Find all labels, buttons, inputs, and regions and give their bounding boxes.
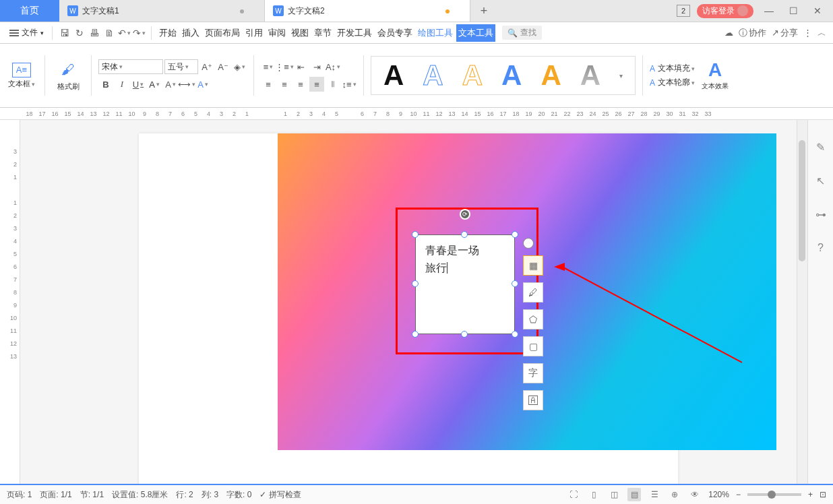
globe-icon[interactable]: ⊕ <box>668 488 681 501</box>
menu-chapter[interactable]: 章节 <box>312 24 334 42</box>
font-name-select[interactable]: 宋体 <box>98 59 163 74</box>
wordart-style-6[interactable]: A <box>580 59 600 92</box>
guest-login-button[interactable]: 访客登录 <box>697 4 753 18</box>
zoom-slider[interactable] <box>747 493 801 496</box>
wordart-style-5[interactable]: A <box>541 59 561 92</box>
cursor-icon[interactable]: ↖ <box>814 174 828 187</box>
save-icon[interactable]: 🖫 <box>58 26 71 40</box>
wordart-gallery[interactable]: A A A A A A ▾ <box>371 56 636 95</box>
resize-handle-br[interactable] <box>512 331 518 338</box>
fill-shape-icon[interactable]: 🖊 <box>523 282 543 303</box>
status-section[interactable]: 节: 1/1 <box>80 489 104 501</box>
menu-start[interactable]: 开始 <box>157 24 179 42</box>
fullscreen-icon[interactable]: ⛶ <box>567 488 580 501</box>
notification-badge[interactable]: 2 <box>677 5 690 17</box>
underline-button[interactable]: U <box>131 77 146 92</box>
collab-button[interactable]: ⓘ 协作 <box>739 27 766 39</box>
zoom-in-button[interactable]: + <box>808 490 813 499</box>
web-mode-icon[interactable]: ☰ <box>648 488 661 501</box>
wordart-style-4[interactable]: A <box>501 59 522 92</box>
gallery-expand-icon[interactable]: ▾ <box>619 72 623 80</box>
menu-review[interactable]: 审阅 <box>266 24 288 42</box>
resize-handle-tr[interactable] <box>512 231 518 238</box>
clear-format-button[interactable]: ◈ <box>232 59 247 74</box>
menu-drawing-tools[interactable]: 绘图工具 <box>416 24 455 42</box>
highlight-button[interactable]: A <box>163 77 178 92</box>
align-center-button[interactable]: ≡ <box>277 77 292 92</box>
bullets-button[interactable]: ≡ <box>261 59 276 74</box>
wrap-text-icon[interactable]: ▦ <box>523 255 543 276</box>
bold-button[interactable]: B <box>98 77 113 92</box>
font-size-select[interactable]: 五号 <box>164 59 198 74</box>
vertical-ruler[interactable]: 32112345678910111213 <box>0 120 20 484</box>
no-fill-icon[interactable]: ▢ <box>523 336 543 356</box>
text-box[interactable]: 青春是一场 旅行 <box>415 234 515 334</box>
resize-handle-mr[interactable] <box>512 280 518 287</box>
horizontal-ruler[interactable]: 1817161514131211109876543211234567891011… <box>0 108 833 120</box>
print-icon[interactable]: 🖶 <box>88 26 101 40</box>
search-box[interactable]: 🔍 查找 <box>502 26 542 40</box>
line-spacing-button[interactable]: ↕≡ <box>342 77 357 92</box>
more-button[interactable]: ⋮ <box>803 28 812 38</box>
increase-indent-button[interactable]: ⇥ <box>309 59 324 74</box>
format-painter-tool[interactable]: 🖌 格式刷 <box>52 60 84 92</box>
home-tab[interactable]: 首页 <box>0 0 59 22</box>
cloud-button[interactable]: ☁ <box>724 28 733 38</box>
increase-font-button[interactable]: A⁺ <box>199 59 214 74</box>
menu-dev-tools[interactable]: 开发工具 <box>335 24 374 42</box>
undo-button[interactable]: ↶ <box>117 26 131 40</box>
zoom-out-button[interactable]: − <box>736 490 741 499</box>
maximize-button[interactable]: ☐ <box>784 2 802 20</box>
read-mode-icon[interactable]: ▯ <box>587 488 600 501</box>
resize-handle-ml[interactable] <box>412 280 419 287</box>
char-spacing-button[interactable]: ⟷ <box>179 77 194 92</box>
vertical-scrollbar[interactable] <box>797 120 807 484</box>
text-direction-button[interactable]: A↕ <box>326 59 340 74</box>
scroll-thumb[interactable] <box>799 140 805 261</box>
decrease-indent-button[interactable]: ⇤ <box>293 59 308 74</box>
layout-option-icon[interactable] <box>523 238 534 249</box>
add-tab-button[interactable]: + <box>470 0 497 22</box>
align-justify-button[interactable]: ≡ <box>309 77 324 92</box>
font-color-button[interactable]: A <box>147 77 162 92</box>
page-mode-icon[interactable]: ▤ <box>627 488 641 501</box>
italic-button[interactable]: I <box>115 77 129 92</box>
align-left-button[interactable]: ≡ <box>261 77 276 92</box>
preview-icon[interactable]: 🗎 <box>102 26 116 40</box>
menu-vip[interactable]: 会员专享 <box>375 24 414 42</box>
zoom-level[interactable]: 120% <box>708 490 729 499</box>
close-button[interactable]: ✕ <box>809 2 826 20</box>
status-word-count[interactable]: 字数: 0 <box>226 489 251 501</box>
distribute-button[interactable]: ⫴ <box>326 77 340 92</box>
doc-tab-1[interactable]: W 文字文稿1 <box>59 0 265 22</box>
resize-handle-tl[interactable] <box>412 231 419 238</box>
resize-handle-tm[interactable] <box>461 231 468 238</box>
status-page-no[interactable]: 页码: 1 <box>7 489 32 501</box>
fit-page-button[interactable]: ⊡ <box>820 490 826 499</box>
numbering-button[interactable]: ⋮≡ <box>277 59 292 74</box>
file-menu[interactable]: 文件 ▾ <box>7 26 47 40</box>
collapse-ribbon-button[interactable]: ︿ <box>817 27 826 39</box>
shape-outline-icon[interactable]: ⬠ <box>523 309 543 329</box>
resize-handle-bm[interactable] <box>461 331 468 338</box>
lock-object-icon[interactable]: 🄰 <box>523 390 543 410</box>
minimize-button[interactable]: — <box>760 2 778 20</box>
eye-icon[interactable]: 👁 <box>688 488 702 501</box>
menu-text-tools[interactable]: 文本工具 <box>456 24 495 42</box>
text-style-icon[interactable]: 字 <box>523 363 543 383</box>
settings-icon[interactable]: ⊶ <box>814 208 828 221</box>
text-effect-tool[interactable]: A 文本效果 <box>699 60 731 91</box>
sync-icon[interactable]: ↻ <box>73 26 86 40</box>
menu-page-layout[interactable]: 页面布局 <box>203 24 242 42</box>
wordart-style-1[interactable]: A <box>383 59 404 92</box>
zoom-thumb[interactable] <box>768 491 776 499</box>
text-outline-button[interactable]: A 文本轮廓 <box>650 77 695 88</box>
text-effect2-button[interactable]: A <box>195 77 210 92</box>
outline-mode-icon[interactable]: ◫ <box>607 488 621 501</box>
text-fill-button[interactable]: A 文本填充 <box>650 63 695 74</box>
menu-view[interactable]: 视图 <box>289 24 311 42</box>
wordart-style-3[interactable]: A <box>462 59 483 92</box>
share-button[interactable]: ↗ 分享 <box>772 27 798 39</box>
wordart-style-2[interactable]: A <box>423 59 443 92</box>
textbox-tool[interactable]: A≡ 文本框 <box>5 63 38 89</box>
